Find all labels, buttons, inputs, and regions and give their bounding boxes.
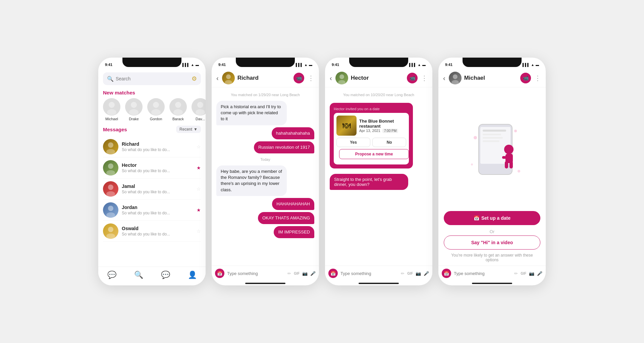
pencil-icon-hector[interactable]: ✏ xyxy=(401,271,405,276)
calendar-button-hector[interactable]: 📅 xyxy=(328,269,338,278)
svg-point-40 xyxy=(518,170,520,173)
nav-profile-icon[interactable]: 👤 xyxy=(188,271,197,279)
signal-icon-4: ▌▌▌ xyxy=(523,63,530,67)
setup-hint-text: You're more likely to get an answer with… xyxy=(444,253,540,262)
today-divider: Today xyxy=(216,157,314,161)
svg-rect-35 xyxy=(509,161,513,168)
svg-point-5 xyxy=(151,109,161,115)
svg-point-32 xyxy=(504,145,514,154)
michael-message-input[interactable] xyxy=(454,271,512,276)
back-button-richard[interactable]: ‹ xyxy=(216,74,219,82)
msg-name-richard: Richard xyxy=(122,141,193,147)
richard-message-input[interactable] xyxy=(227,271,285,276)
date-card-label: Hector invited you on a date xyxy=(334,107,409,111)
michael-chat-header: ‹ Michael 📹 ⋮ xyxy=(438,69,546,87)
nav-explore-icon[interactable]: 🔍 xyxy=(134,271,143,279)
camera-icon-michael[interactable]: 📷 xyxy=(529,271,534,276)
star-icon-richard[interactable]: ☆ xyxy=(197,144,201,149)
star-icon-jordan[interactable]: ★ xyxy=(197,207,201,213)
pencil-icon-michael[interactable]: ✏ xyxy=(514,271,518,276)
svg-point-19 xyxy=(106,233,115,239)
propose-time-button[interactable]: Propose a new time xyxy=(339,149,409,159)
restaurant-image: 🍽 xyxy=(336,116,357,136)
svg-rect-29 xyxy=(483,134,501,135)
nav-messages-icon[interactable]: 💬 xyxy=(107,271,116,279)
gif-icon-michael[interactable]: GIF xyxy=(521,272,526,275)
calendar-button-richard[interactable]: 📅 xyxy=(215,269,224,278)
msg-jordan[interactable]: Jordan So what do you like to do... ★ xyxy=(103,200,201,221)
msg-bubble-5: HAHAHAHAHAH xyxy=(272,198,314,210)
yes-button[interactable]: Yes xyxy=(336,138,370,147)
match-dav[interactable]: Dav... xyxy=(192,98,206,121)
svg-point-9 xyxy=(196,109,205,115)
camera-icon-richard[interactable]: 📷 xyxy=(302,271,308,276)
phone-michael: 9:41 ▌▌▌ ▲ ▬ ‹ Michael 📹 ⋮ xyxy=(438,58,546,285)
pencil-icon-richard[interactable]: ✏ xyxy=(287,271,291,276)
svg-point-3 xyxy=(129,109,139,115)
search-bar[interactable]: 🔍 ⚙ xyxy=(103,72,201,85)
hector-message-input[interactable] xyxy=(340,271,398,276)
back-button-hector[interactable]: ‹ xyxy=(330,74,332,82)
star-icon-jamal[interactable]: ☆ xyxy=(197,186,201,192)
wifi-icon-3: ▲ xyxy=(418,63,421,67)
no-button[interactable]: No xyxy=(372,138,406,147)
date-card-inner: 🍽 The Blue Bonnet restaurant Apr 13, 202… xyxy=(334,113,409,164)
nav-chat-icon[interactable]: 💬 xyxy=(161,271,170,279)
msg-preview-richard: So what do you like to do... xyxy=(122,147,193,152)
more-button-hector[interactable]: ⋮ xyxy=(421,74,428,82)
svg-point-10 xyxy=(108,142,113,148)
calendar-button-michael[interactable]: 📅 xyxy=(442,269,451,278)
dropdown-chevron-icon: ▼ xyxy=(194,127,198,132)
match-drake[interactable]: Drake xyxy=(125,98,143,121)
recent-dropdown[interactable]: Recent ▼ xyxy=(176,126,201,133)
mic-icon-hector[interactable]: 🎤 xyxy=(424,271,429,276)
star-icon-hector[interactable]: ★ xyxy=(197,165,201,170)
search-icon: 🔍 xyxy=(107,76,114,82)
svg-point-25 xyxy=(451,80,459,84)
say-hi-video-button[interactable]: Say "Hi" in a video xyxy=(444,235,540,250)
msg-richard[interactable]: Richard So what do you like to do... ☆ xyxy=(103,136,201,157)
search-input[interactable] xyxy=(116,76,190,81)
svg-point-37 xyxy=(474,136,477,139)
match-name-michael: Michael xyxy=(105,117,118,121)
gif-icon-hector[interactable]: GIF xyxy=(407,272,413,275)
setup-date-button[interactable]: 📅 Set up a date xyxy=(444,211,540,225)
matched-text-hector: You matched on 10/20/20 near Long Beach xyxy=(330,93,428,97)
mic-icon-richard[interactable]: 🎤 xyxy=(310,271,316,276)
time-1: 9:41 xyxy=(105,63,112,67)
back-button-michael[interactable]: ‹ xyxy=(443,74,445,82)
svg-rect-31 xyxy=(483,140,499,142)
phone-hector: 9:41 ▌▌▌ ▲ ▬ ‹ Hector 📹 ⋮ You matched on… xyxy=(325,58,432,285)
gif-icon-richard[interactable]: GIF xyxy=(294,272,300,275)
new-matches-title: New matches xyxy=(98,88,206,98)
video-call-button-richard[interactable]: 📹 xyxy=(293,73,304,83)
home-indicator-3 xyxy=(359,283,399,284)
match-michael[interactable]: Michael xyxy=(103,98,120,121)
msg-oswald[interactable]: Oswald So what do you like to do... ☆ xyxy=(103,221,201,242)
wifi-icon: ▲ xyxy=(191,63,194,67)
filter-icon[interactable]: ⚙ xyxy=(192,75,197,82)
svg-point-13 xyxy=(106,170,115,176)
svg-point-11 xyxy=(106,149,115,154)
camera-icon-hector[interactable]: 📷 xyxy=(416,271,421,276)
svg-rect-36 xyxy=(502,156,507,159)
video-call-button-michael[interactable]: 📹 xyxy=(520,73,531,83)
msg-hector[interactable]: Hector So what do you like to do... ★ xyxy=(103,157,201,179)
star-icon-oswald[interactable]: ☆ xyxy=(197,228,201,234)
restaurant-info: The Blue Bonnet restaurant Apr 13, 2021 … xyxy=(359,119,406,133)
signal-icon-3: ▌▌▌ xyxy=(409,63,416,67)
svg-point-4 xyxy=(153,102,159,108)
time-3: 9:41 xyxy=(332,63,339,67)
video-call-button-hector[interactable]: 📹 xyxy=(407,73,418,83)
date-value: Apr 13, 2021 xyxy=(359,129,380,133)
match-barack[interactable]: Barack xyxy=(169,98,187,121)
notch-2 xyxy=(236,58,295,67)
mic-icon-michael[interactable]: 🎤 xyxy=(537,271,542,276)
msg-avatar-jordan xyxy=(103,202,118,218)
match-gordon[interactable]: Gordon xyxy=(147,98,165,121)
home-indicator-4 xyxy=(472,283,512,284)
msg-jamal[interactable]: Jamal So what do you like to do... ☆ xyxy=(103,179,201,200)
signal-icons-2: ▌▌▌ ▲ ▬ xyxy=(296,63,312,67)
more-button-richard[interactable]: ⋮ xyxy=(308,74,314,82)
more-button-michael[interactable]: ⋮ xyxy=(534,74,541,82)
